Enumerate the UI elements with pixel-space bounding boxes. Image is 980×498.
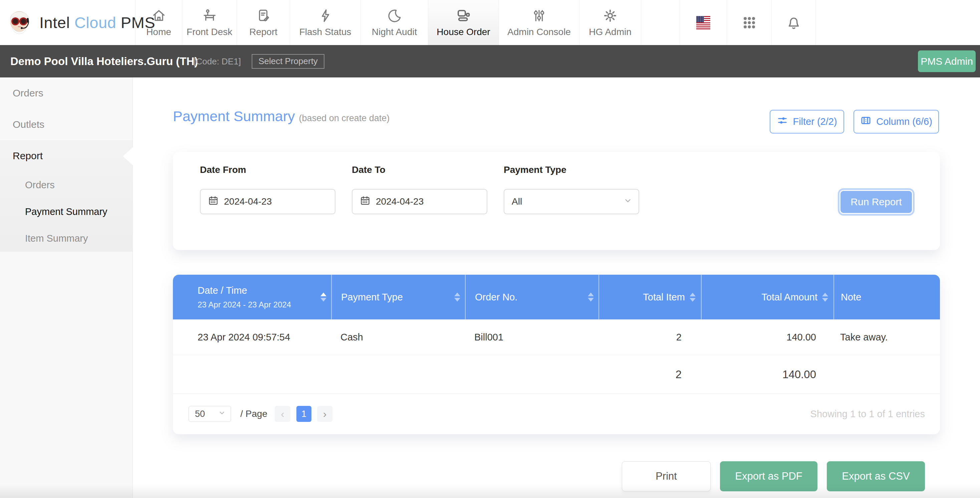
run-report-button[interactable]: Run Report — [840, 191, 912, 213]
sort-icon — [588, 293, 594, 302]
nav-tab-house-order[interactable]: House Order — [428, 0, 499, 45]
chevron-down-icon — [218, 409, 226, 419]
nav-tab-label: Flash Status — [299, 27, 352, 37]
page-subtitle: (based on create date) — [299, 113, 390, 123]
sidebar-item-report[interactable]: Report — [0, 140, 132, 172]
payment-type-select[interactable]: All — [504, 189, 639, 214]
sort-icon — [454, 293, 460, 302]
sort-icon — [690, 293, 695, 302]
nav-tab-hg-admin[interactable]: HG Admin — [579, 0, 641, 45]
nav-tab-label: House Order — [437, 27, 490, 37]
main-content: Payment Summary(based on create date) Fi… — [133, 78, 980, 498]
apps-grid-button[interactable] — [727, 0, 772, 45]
payment-type-label: Payment Type — [504, 165, 566, 175]
nav-tab-label: Admin Console — [508, 27, 571, 37]
nav-tab-report[interactable]: Report — [237, 0, 290, 45]
pagination-bar: 50 / Page ‹ 1 › Showing 1 to 1 of 1 entr… — [173, 394, 940, 434]
table-row: 23 Apr 2024 09:57:54 Cash Bill001 2 140.… — [173, 320, 940, 355]
select-property-button[interactable]: Select Property — [252, 54, 325, 69]
nav-spacer — [641, 0, 679, 45]
property-code: [Code: DE1] — [194, 56, 241, 67]
column-config-icon — [860, 115, 872, 129]
nav-tab-admin-console[interactable]: Admin Console — [499, 0, 579, 45]
sort-icon — [320, 293, 326, 302]
home-icon — [151, 8, 167, 23]
column-header-total-amount[interactable]: Total Amount — [701, 275, 834, 320]
calendar-icon — [208, 195, 219, 208]
date-range-subtitle: 23 Apr 2024 - 23 Apr 2024 — [197, 300, 291, 309]
column-header-payment-type[interactable]: Payment Type — [331, 275, 465, 320]
cell-note: Take away. — [834, 320, 940, 355]
column-header-note: Note — [834, 275, 940, 320]
sidebar: Orders Outlets Report Orders Payment Sum… — [0, 78, 133, 498]
property-bar: Demo Pool Villa Hoteliers.Guru (TH) [Cod… — [0, 45, 980, 78]
date-from-label: Date From — [200, 165, 246, 175]
nav-tab-label: HG Admin — [589, 27, 632, 37]
column-header-order-no[interactable]: Order No. — [465, 275, 598, 320]
moon-icon — [387, 8, 402, 23]
top-navigation: Intel Cloud PMS Home Front Desk Report F… — [0, 0, 980, 45]
per-page-label: / Page — [240, 409, 267, 419]
cell-date-time: 23 Apr 2024 09:57:54 — [173, 320, 331, 355]
report-icon — [256, 8, 271, 23]
house-order-icon — [456, 8, 471, 23]
sidebar-item-outlets[interactable]: Outlets — [0, 109, 132, 140]
avatar-logo-icon — [5, 8, 33, 37]
column-header-date-time[interactable]: Date / Time 23 Apr 2024 - 23 Apr 2024 — [173, 275, 331, 320]
date-from-input[interactable]: 2024-04-23 — [200, 189, 336, 214]
nav-tab-front-desk[interactable]: Front Desk — [182, 0, 237, 45]
column-header-total-item[interactable]: Total Item — [598, 275, 701, 320]
front-desk-icon — [202, 8, 217, 23]
filter-panel: Date From Date To Payment Type 2024-04-2… — [173, 152, 940, 250]
date-to-input[interactable]: 2024-04-23 — [352, 189, 487, 214]
sidebar-item-payment-summary[interactable]: Payment Summary — [0, 198, 132, 225]
page-title: Payment Summary(based on create date) — [173, 108, 390, 124]
role-badge[interactable]: PMS Admin — [918, 50, 976, 72]
bell-icon — [786, 15, 802, 31]
export-csv-button[interactable]: Export as CSV — [827, 461, 925, 491]
print-button[interactable]: Print — [622, 461, 711, 491]
filter-sliders-icon — [777, 115, 788, 129]
gear-icon — [603, 8, 618, 23]
sidebar-item-item-summary[interactable]: Item Summary — [0, 225, 132, 252]
us-flag-icon — [696, 16, 710, 29]
prev-page-button[interactable]: ‹ — [275, 406, 290, 422]
export-pdf-button[interactable]: Export as PDF — [720, 461, 818, 491]
property-name: Demo Pool Villa Hoteliers.Guru (TH) — [10, 55, 198, 68]
column-button[interactable]: Column (6/6) — [853, 110, 939, 134]
current-page-button[interactable]: 1 — [296, 406, 312, 422]
nav-tab-label: Report — [249, 27, 277, 37]
chevron-down-icon — [623, 196, 633, 208]
results-table: Date / Time 23 Apr 2024 - 23 Apr 2024 Pa… — [173, 275, 940, 434]
nav-tab-label: Home — [146, 27, 171, 37]
active-section-notch — [123, 147, 133, 165]
showing-entries-text: Showing 1 to 1 of 1 entries — [810, 409, 940, 420]
sliders-icon — [531, 8, 547, 23]
nav-tab-label: Front Desk — [186, 27, 232, 37]
next-page-button[interactable]: › — [317, 406, 332, 422]
cell-total-amount: 140.00 — [701, 320, 834, 355]
summary-total-item: 2 — [598, 355, 701, 393]
sidebar-item-report-orders[interactable]: Orders — [0, 172, 132, 198]
grid-dots-icon — [741, 14, 758, 31]
cell-payment-type: Cash — [331, 320, 465, 355]
summary-total-amount: 140.00 — [701, 355, 834, 393]
date-to-label: Date To — [352, 165, 385, 175]
filter-button[interactable]: Filter (2/2) — [770, 110, 844, 134]
calendar-icon — [360, 195, 371, 208]
nav-tab-night-audit[interactable]: Night Audit — [361, 0, 428, 45]
nav-tab-label: Night Audit — [372, 27, 417, 37]
nav-tab-flash-status[interactable]: Flash Status — [290, 0, 361, 45]
page-size-select[interactable]: 50 — [189, 406, 231, 422]
notifications-button[interactable] — [772, 0, 816, 45]
table-header-row: Date / Time 23 Apr 2024 - 23 Apr 2024 Pa… — [173, 275, 940, 320]
sidebar-report-section: Report Orders Payment Summary Item Summa… — [0, 140, 132, 252]
cell-order-no: Bill001 — [465, 320, 598, 355]
brand-logo[interactable]: Intel Cloud PMS — [0, 0, 135, 45]
nav-tab-home[interactable]: Home — [135, 0, 182, 45]
table-summary-row: 2 140.00 — [173, 355, 940, 394]
sidebar-item-orders[interactable]: Orders — [0, 78, 132, 109]
language-selector[interactable] — [679, 0, 727, 45]
cell-total-item: 2 — [598, 320, 701, 355]
lightning-icon — [318, 8, 333, 23]
